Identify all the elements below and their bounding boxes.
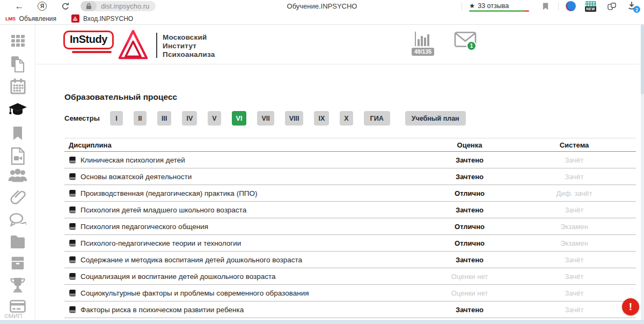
grading-system: Зачёт <box>513 256 636 264</box>
table-row[interactable]: Психология детей младшего школьного возр… <box>64 202 636 218</box>
graduation-cap-icon <box>8 102 27 119</box>
sidebar-item-documents[interactable] <box>0 55 35 73</box>
semester-tab-3[interactable]: III <box>157 111 171 126</box>
semester-tab-2[interactable]: II <box>134 111 147 126</box>
curriculum-plan-button[interactable]: Учебный план <box>405 111 466 126</box>
site-reviews-button[interactable]: ★ 33 отзыва <box>469 2 509 10</box>
people-icon <box>8 167 27 183</box>
lms-favicon: LMS <box>5 16 16 21</box>
sidebar-item-education-active[interactable] <box>0 102 35 119</box>
bookmark-icon <box>11 126 25 141</box>
grading-system: Зачёт <box>513 156 636 164</box>
semester-tab-10[interactable]: X <box>340 111 353 126</box>
semester-tab-6-active[interactable]: VI <box>232 111 247 126</box>
semester-tab-4[interactable]: IV <box>182 111 197 126</box>
semesters-label: Семестры <box>64 114 100 122</box>
grading-system: Зачёт <box>513 289 636 297</box>
grading-system: Экзамен <box>513 239 636 247</box>
institute-line: Московский <box>163 33 215 42</box>
grade-value: Отлично <box>427 223 513 231</box>
discipline-name: Психолого-педагогические теории и технол… <box>80 239 241 247</box>
book-icon <box>69 306 76 313</box>
alert-notification-button[interactable]: ! <box>622 298 639 315</box>
discipline-name: Психология педагогического общения <box>80 223 208 231</box>
semester-tab-9[interactable]: IX <box>314 111 329 126</box>
book-icon <box>69 173 76 180</box>
bookmark-lms[interactable]: LMS Объявления <box>5 15 56 23</box>
column-header-discipline: Дисциплина <box>64 141 427 149</box>
semester-tab-5[interactable]: V <box>208 111 221 126</box>
browser-extension-icon-2[interactable] <box>606 1 617 12</box>
chat-icon <box>9 211 27 229</box>
attachment-icon <box>9 188 26 206</box>
grading-system: Экзамен <box>513 223 636 231</box>
sidebar-item-folders[interactable] <box>0 234 35 249</box>
extension-thumbnail <box>585 1 596 6</box>
table-row[interactable]: Содержание и методика воспитания детей д… <box>64 252 636 268</box>
downloads-badge: 2 <box>633 6 640 13</box>
sidebar-item-video-materials[interactable] <box>0 147 35 165</box>
apps-grid-icon <box>9 33 26 49</box>
table-row[interactable]: Производственная (педагогическая) практи… <box>64 185 636 202</box>
toolbar-separator <box>462 2 462 10</box>
sidebar-item-awards[interactable] <box>0 276 35 293</box>
table-row[interactable]: Социокультурные факторы и проблемы совре… <box>64 285 636 301</box>
semester-tab-gia[interactable]: ГИА <box>364 111 390 126</box>
archive-box-icon <box>10 255 26 271</box>
inpsycho-favicon <box>71 14 79 23</box>
toolbar-separator <box>558 2 559 10</box>
sidebar-item-payments[interactable] <box>0 299 35 314</box>
table-row[interactable]: Психолого-педагогические теории и технол… <box>64 235 636 252</box>
discipline-name: Производственная (педагогическая) практи… <box>80 189 258 197</box>
credit-card-icon <box>9 299 26 314</box>
semester-tab-1[interactable]: I <box>110 111 123 126</box>
grading-system: Зачёт <box>513 173 636 181</box>
sidebar-item-calendar[interactable] <box>0 78 35 94</box>
instudy-logo[interactable]: InStudy <box>63 31 114 53</box>
bottom-edge-strip <box>0 320 644 324</box>
instudy-logo-underline <box>72 51 112 53</box>
discipline-name: Клиническая психология детей <box>80 156 185 164</box>
progress-badge: 49/135 <box>412 48 434 56</box>
grade-value: Зачтено <box>427 306 513 314</box>
mip-logo[interactable] <box>118 30 148 63</box>
table-row[interactable]: Факторы риска в психическом развитии реб… <box>64 301 636 318</box>
semester-tab-7[interactable]: VII <box>257 111 274 126</box>
calendar-icon <box>10 78 26 94</box>
star-icon: ★ <box>469 2 475 10</box>
discipline-name: Социокультурные факторы и проблемы совре… <box>80 289 309 297</box>
table-row[interactable]: Клиническая психология детей Зачтено Зач… <box>64 152 636 168</box>
table-row[interactable]: Основы вожатской деятельности Зачтено За… <box>64 168 636 185</box>
documents-icon <box>9 55 26 73</box>
disciplines-table: Дисциплина Оценка Система Клиническая пс… <box>64 138 636 318</box>
table-row[interactable]: Психология педагогического общения Отлич… <box>64 218 636 235</box>
browser-extension-new-icon[interactable]: NEW <box>585 1 596 12</box>
grading-system: Зачёт <box>513 306 636 314</box>
institute-line: Институт <box>163 42 215 50</box>
sidebar-item-bookmarks[interactable] <box>0 126 35 141</box>
column-header-system: Система <box>513 141 636 149</box>
grading-system: Зачёт <box>513 206 636 214</box>
book-icon <box>69 289 76 297</box>
browser-extension-icon-1[interactable] <box>566 1 576 11</box>
grading-system: Диф. зачёт <box>513 189 636 197</box>
scrollbar-thumb[interactable] <box>641 25 644 94</box>
sidebar-item-archive[interactable] <box>0 255 35 271</box>
bar-chart-icon <box>413 31 430 47</box>
bookmarks-bar: LMS Объявления Вход.INPSYCHO <box>0 13 644 25</box>
table-row[interactable]: Социализация и воспитание детей дошкольн… <box>64 268 636 285</box>
grade-value: Зачтено <box>427 256 513 264</box>
bookmark-inpsycho[interactable]: Вход.INPSYCHO <box>71 14 133 23</box>
sidebar-item-attachments[interactable] <box>0 188 35 206</box>
sidebar-item-messages[interactable] <box>0 211 35 229</box>
book-icon <box>69 189 76 197</box>
semester-tab-8[interactable]: VIII <box>285 111 304 126</box>
progress-stats-button[interactable] <box>413 31 430 49</box>
bookmark-flag-icon[interactable] <box>540 1 551 12</box>
browser-toolbar: ← Я dist.inpsycho.ru Обучение.INPSYCHO ★… <box>0 0 644 13</box>
sidebar-item-people[interactable] <box>0 167 35 183</box>
book-icon <box>69 273 76 280</box>
discipline-name: Факторы риска в психическом развитии реб… <box>80 306 244 314</box>
downloads-icon[interactable]: 2 <box>627 1 639 12</box>
sidebar-item-apps[interactable] <box>0 33 35 49</box>
